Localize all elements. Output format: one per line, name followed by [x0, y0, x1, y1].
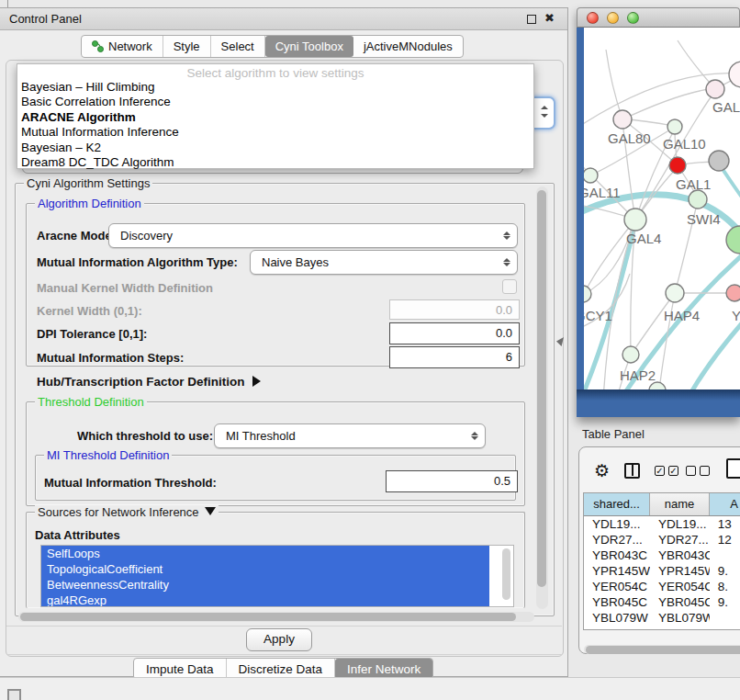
apply-button[interactable]: Apply — [246, 628, 312, 651]
network-node[interactable] — [624, 209, 646, 231]
attributes-scrollbar[interactable] — [501, 548, 511, 603]
sources-title-label: Sources for Network Inference — [38, 505, 199, 519]
aracne-mode-value: Discovery — [120, 224, 173, 247]
data-attributes-list[interactable]: SelfLoopsTopologicalCoefficientBetweenne… — [40, 545, 514, 607]
table-horizontal-scrollbar[interactable] — [584, 645, 740, 654]
table-column-header[interactable]: name — [650, 493, 710, 515]
table-cell: YPR145W — [584, 563, 650, 579]
network-node[interactable] — [649, 382, 666, 390]
table-row[interactable]: YLR345WYLR345W9. — [584, 626, 740, 630]
table-row[interactable]: YDR27...YDR27...12 — [584, 532, 740, 548]
column-layout-icon[interactable] — [624, 463, 640, 479]
table-row[interactable]: YPR145WYPR145W9. — [584, 563, 740, 579]
network-node[interactable] — [689, 190, 707, 209]
algorithm-combobox-fragment[interactable] — [531, 96, 555, 130]
deselect-all-columns-icon[interactable] — [686, 466, 710, 476]
mac-minimize-button[interactable] — [607, 12, 619, 24]
attribute-table[interactable]: shared...nameA YDL19...YDL19...13YDR27..… — [583, 492, 740, 630]
sources-group-title[interactable]: Sources for Network Inference — [35, 505, 219, 519]
network-node[interactable] — [613, 110, 632, 129]
dpi-tolerance-field[interactable]: 0.0 — [389, 322, 520, 344]
algorithm-option[interactable]: Bayesian – Hill Climbing — [17, 80, 533, 95]
network-node[interactable] — [622, 346, 639, 363]
table-cell: YBR043C — [584, 548, 650, 563]
algorithm-option[interactable]: Bayesian – K2 — [17, 141, 533, 155]
grip-icon[interactable] — [7, 689, 21, 700]
table-cell: YBL079W — [584, 610, 650, 626]
function-builder-icon[interactable] — [726, 458, 740, 479]
table-row[interactable]: YDL19...YDL19...13 — [584, 516, 740, 532]
network-node[interactable] — [669, 157, 686, 174]
network-canvas[interactable]: GAL2GAL80GAL10GAL1GAL11SWI4GAL4GCY1HAP4Y… — [584, 28, 740, 390]
table-settings-gear-icon[interactable]: ⚙ — [594, 460, 610, 481]
tab-cyni-toolbox[interactable]: Cyni Toolbox — [265, 36, 353, 57]
tab-discretize-data[interactable]: Discretize Data — [227, 659, 336, 679]
algorithm-option[interactable]: ARACNE Algorithm — [17, 110, 533, 125]
close-icon[interactable]: ✖ — [544, 13, 555, 23]
cyni-algorithm-settings-title: Cyni Algorithm Settings — [24, 176, 152, 190]
table-column-header[interactable]: A — [710, 493, 740, 515]
tab-style[interactable]: Style — [163, 36, 211, 57]
table-column-header[interactable]: shared... — [584, 493, 650, 515]
mi-threshold-field[interactable]: 0.5 — [386, 470, 518, 492]
settings-horizontal-scrollbar[interactable] — [18, 612, 534, 622]
which-threshold-combobox[interactable]: MI Threshold — [214, 423, 486, 448]
table-row[interactable]: YBR043CYBR043C — [584, 548, 740, 563]
float-window-icon[interactable] — [527, 15, 536, 24]
table-row[interactable]: YBL079WYBL079W — [584, 610, 740, 626]
table-row[interactable]: YER054CYER054C8. — [584, 579, 740, 594]
attribute-list-item[interactable]: SelfLoops — [41, 546, 489, 561]
algorithm-option[interactable]: Dream8 DC_TDC Algorithm — [17, 155, 533, 170]
attribute-list-item[interactable]: gal4RGexp — [41, 593, 489, 607]
table-cell: 9. — [710, 563, 740, 579]
settings-vertical-scrollbar[interactable] — [536, 186, 548, 609]
network-node-label: SWI4 — [687, 211, 721, 227]
network-edge[interactable] — [632, 293, 675, 354]
divider — [6, 626, 562, 627]
mac-zoom-button[interactable] — [627, 12, 639, 24]
manual-kernel-width-checkbox[interactable] — [502, 279, 517, 294]
status-strip — [0, 678, 740, 700]
network-node[interactable] — [706, 80, 724, 98]
kernel-width-field[interactable]: 0.0 — [389, 299, 520, 320]
mi-algorithm-type-combobox[interactable]: Naive Bayes — [250, 250, 518, 275]
network-edge[interactable] — [622, 88, 714, 119]
tab-network-label: Network — [108, 40, 152, 53]
network-node[interactable] — [584, 286, 591, 302]
table-cell: YBL079W — [650, 610, 710, 626]
table-cell: 9. — [710, 626, 740, 630]
network-window-titlebar[interactable] — [577, 7, 740, 28]
tab-jactivemnodules-label: jActiveMNodules — [364, 40, 453, 53]
hub-definition-toggle[interactable]: Hub/Transcription Factor Definition — [37, 375, 261, 389]
aracne-mode-combobox[interactable]: Discovery — [108, 223, 518, 248]
table-cell: YDR27... — [584, 532, 650, 548]
tab-impute-data[interactable]: Impute Data — [134, 659, 227, 679]
tab-jactivemnodules[interactable]: jActiveMNodules — [353, 36, 463, 57]
algorithm-option[interactable]: Basic Correlation Inference — [17, 95, 533, 109]
table-row[interactable]: YBR045CYBR045C9. — [584, 594, 740, 610]
table-cell: YDR27... — [650, 532, 710, 548]
network-node[interactable] — [584, 168, 598, 183]
attribute-list-item[interactable]: TopologicalCoefficient — [41, 561, 489, 577]
tab-infer-network[interactable]: Infer Network — [335, 659, 432, 679]
network-node[interactable] — [709, 151, 729, 171]
algorithm-option[interactable]: Mutual Information Inference — [17, 125, 533, 140]
network-node[interactable] — [726, 226, 740, 254]
select-all-columns-icon[interactable]: ✓✓ — [655, 466, 678, 476]
network-edge-highlighted[interactable] — [678, 323, 740, 390]
mac-close-button[interactable] — [587, 12, 599, 24]
network-node[interactable] — [729, 62, 740, 87]
threshold-definition-title: Threshold Definition — [35, 395, 147, 409]
network-node-label: GAL80 — [608, 130, 651, 146]
mi-steps-field[interactable]: 6 — [389, 346, 520, 368]
network-node[interactable] — [667, 119, 682, 134]
tab-select[interactable]: Select — [211, 36, 265, 57]
network-node[interactable] — [726, 285, 740, 301]
attribute-list-item[interactable]: BetweennessCentrality — [41, 577, 489, 593]
control-panel-title: Control Panel — [9, 12, 82, 26]
network-graph: GAL2GAL80GAL10GAL1GAL11SWI4GAL4GCY1HAP4Y… — [584, 28, 740, 390]
tab-network[interactable]: Network — [82, 36, 163, 57]
mi-threshold-label: Mutual Information Threshold: — [44, 476, 217, 490]
network-node[interactable] — [666, 284, 684, 302]
mi-threshold-definition-title: MI Threshold Definition — [44, 448, 172, 462]
